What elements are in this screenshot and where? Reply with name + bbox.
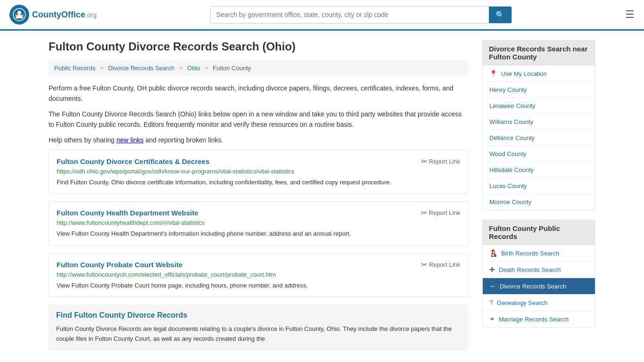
sidebar-public-records-section: Fulton County Public Records 🤱Birth Reco…	[482, 220, 595, 328]
find-section: Find Fulton County Divorce Records Fulto…	[49, 304, 468, 351]
location-pin-icon: 📍	[489, 70, 497, 77]
link-card-header-2: Fulton County Probate Court Website ✂ Re…	[57, 260, 460, 269]
link-card-title-1[interactable]: Fulton County Health Department Website	[57, 209, 198, 217]
public-records-link-2[interactable]: Divorce Records Search	[500, 283, 566, 290]
svg-point-3	[21, 15, 24, 17]
nearby-county-link-4[interactable]: Defiance County	[489, 134, 535, 141]
breadcrumb-sep-3: >	[205, 65, 208, 72]
nearby-county-link-6[interactable]: Hillsdale County	[489, 166, 534, 173]
nearby-county-link-5[interactable]: Wood County	[489, 150, 527, 157]
link-card-header-0: Fulton County Divorce Certificates & Dec…	[57, 157, 460, 166]
nearby-county-link-2[interactable]: Lenawee County	[489, 102, 536, 109]
sidebar-nearby-list: 📍Use My LocationHenry CountyLenawee Coun…	[482, 66, 595, 210]
link-card-2: Fulton County Probate Court Website ✂ Re…	[49, 253, 468, 297]
link-url-1: http://www.fultoncountyhealthdept.com/#/…	[57, 219, 460, 226]
breadcrumb: Public Records > Divorce Records Search …	[49, 61, 468, 75]
public-records-icon-1: ✚	[489, 266, 495, 273]
search-button[interactable]: 🔍	[489, 7, 512, 23]
sidebar-public-records-list: 🤱Birth Records Search✚Death Records Sear…	[482, 245, 595, 328]
report-link-button-1[interactable]: ✂ Report Link	[421, 208, 460, 217]
sidebar-nearby-item-2[interactable]: Lenawee County	[483, 98, 595, 114]
header: CountyOffice.org 🔍 ☰	[0, 0, 644, 31]
logo-icon	[9, 5, 29, 25]
public-records-icon-4: ⚭	[489, 315, 495, 323]
sidebar-nearby-heading: Divorce Records Search near Fulton Count…	[482, 40, 595, 66]
sidebar-nearby-item-8[interactable]: Monroe County	[483, 194, 595, 210]
link-card-title-2[interactable]: Fulton County Probate Court Website	[57, 261, 182, 269]
find-text: Fulton County Divorce Records are legal …	[56, 324, 461, 344]
public-records-icon-0: 🤱	[489, 249, 497, 257]
public-records-icon-2: ↔	[489, 282, 496, 290]
link-url-0: https://odh.ohio.gov/wps/portal/gov/odh/…	[57, 168, 460, 175]
link-card-1: Fulton County Health Department Website …	[49, 201, 468, 246]
link-card-header-1: Fulton County Health Department Website …	[57, 208, 460, 217]
search-bar: 🔍	[210, 6, 512, 24]
sidebar-nearby-item-6[interactable]: Hillsdale County	[483, 162, 595, 178]
description-2: The Fulton County Divorce Records Search…	[49, 109, 468, 130]
scissors-icon-0: ✂	[421, 157, 427, 166]
breadcrumb-sep-1: >	[100, 65, 104, 72]
link-description-2: View Fulton County Probate Court home pa…	[57, 281, 460, 290]
sidebar-public-records-item-2[interactable]: ↔Divorce Records Search	[483, 278, 595, 295]
logo-area: CountyOffice.org	[9, 5, 97, 25]
public-records-link-3[interactable]: Genealogy Search	[497, 299, 548, 306]
logo-text: CountyOffice.org	[32, 10, 97, 20]
find-title: Find Fulton County Divorce Records	[56, 311, 461, 320]
sidebar-public-records-item-3[interactable]: ?Genealogy Search	[483, 295, 595, 311]
report-link-button-0[interactable]: ✂ Report Link	[421, 157, 460, 166]
breadcrumb-sep-2: >	[179, 65, 183, 72]
sidebar-public-records-item-1[interactable]: ✚Death Records Search	[483, 262, 595, 278]
link-description-0: Find Fulton County, Ohio divorce certifi…	[57, 178, 460, 187]
svg-point-2	[16, 15, 18, 17]
report-link-button-2[interactable]: ✂ Report Link	[421, 260, 460, 269]
header-right: ☰	[625, 8, 635, 21]
link-card-title-0[interactable]: Fulton County Divorce Certificates & Dec…	[57, 157, 209, 165]
public-records-link-1[interactable]: Death Records Search	[499, 266, 561, 273]
search-input[interactable]	[211, 7, 489, 22]
svg-point-1	[17, 11, 21, 15]
public-records-icon-3: ?	[489, 299, 493, 306]
new-links-link[interactable]: new links	[116, 136, 144, 144]
breadcrumb-link-divorce[interactable]: Divorce Records Search	[108, 65, 174, 72]
sidebar-nearby-item-0[interactable]: 📍Use My Location	[483, 66, 595, 82]
public-records-link-4[interactable]: Marriage Records Search	[499, 316, 569, 323]
scissors-icon-1: ✂	[421, 208, 427, 217]
sidebar-public-records-item-0[interactable]: 🤱Birth Records Search	[483, 245, 595, 262]
sidebar-nearby-item-1[interactable]: Henry County	[483, 82, 595, 98]
sidebar-nearby-section: Divorce Records Search near Fulton Count…	[482, 40, 595, 210]
desc3-suffix: and reporting broken links.	[145, 136, 223, 144]
nearby-county-link-8[interactable]: Monroe County	[489, 198, 531, 206]
sidebar-public-records-item-4[interactable]: ⚭Marriage Records Search	[483, 311, 595, 327]
nearby-county-link-7[interactable]: Lucas County	[489, 182, 527, 189]
breadcrumb-current: Fulton County	[213, 65, 251, 72]
description-1: Perform a free Fulton County, OH public …	[49, 83, 468, 104]
scissors-icon-2: ✂	[421, 260, 427, 269]
link-description-1: View Fulton County Health Department's i…	[57, 229, 460, 239]
breadcrumb-link-public-records[interactable]: Public Records	[54, 65, 95, 72]
link-url-2: http://www.fultoncountyoh.com/elected_of…	[57, 271, 460, 278]
link-card-0: Fulton County Divorce Certificates & Dec…	[49, 150, 468, 194]
sidebar: Divorce Records Search near Fulton Count…	[482, 40, 595, 351]
public-records-link-0[interactable]: Birth Records Search	[501, 250, 560, 257]
use-location-link[interactable]: Use My Location	[501, 70, 547, 77]
main-content: Fulton County Divorce Records Search (Oh…	[49, 40, 468, 351]
link-cards: Fulton County Divorce Certificates & Dec…	[49, 150, 468, 297]
nearby-county-link-1[interactable]: Henry County	[489, 86, 527, 93]
nearby-county-link-3[interactable]: Williams County	[489, 118, 533, 125]
sidebar-public-records-heading: Fulton County Public Records	[482, 220, 595, 245]
sidebar-nearby-item-3[interactable]: Williams County	[483, 114, 595, 130]
description-3: Help others by sharing new links and rep…	[49, 135, 468, 145]
sidebar-nearby-item-4[interactable]: Defiance County	[483, 130, 595, 146]
page-title: Fulton County Divorce Records Search (Oh…	[49, 40, 468, 53]
breadcrumb-link-ohio[interactable]: Ohio	[187, 65, 200, 72]
main-container: Fulton County Divorce Records Search (Oh…	[39, 31, 605, 360]
menu-button[interactable]: ☰	[625, 8, 635, 21]
sidebar-nearby-item-5[interactable]: Wood County	[483, 146, 595, 162]
desc3-prefix: Help others by sharing	[49, 136, 115, 144]
sidebar-nearby-item-7[interactable]: Lucas County	[483, 178, 595, 194]
